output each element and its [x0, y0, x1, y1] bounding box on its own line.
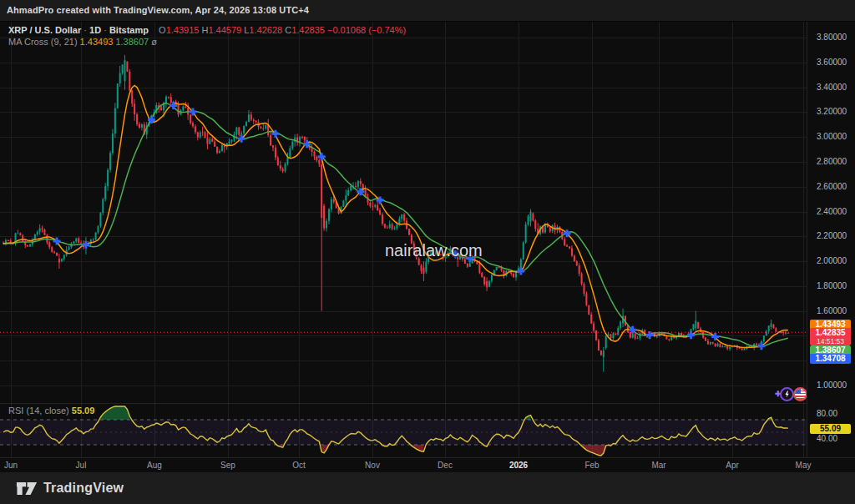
- candle: [771, 324, 772, 327]
- candle: [697, 322, 699, 328]
- candle: [265, 125, 266, 129]
- candle: [97, 226, 99, 233]
- ma-fast-line[interactable]: [3, 86, 788, 348]
- candle: [692, 325, 694, 330]
- candle: [48, 242, 50, 247]
- candle: [520, 260, 522, 269]
- price-axis-tick: 1.00000: [817, 381, 847, 390]
- candle: [119, 73, 121, 84]
- ma-cross-markers: [53, 102, 766, 350]
- price-axis-tick: 3.60000: [817, 58, 847, 67]
- candle: [491, 275, 493, 280]
- candle: [528, 216, 529, 224]
- candle: [75, 239, 77, 242]
- time-axis-label: May: [796, 461, 812, 470]
- price-chart-svg[interactable]: [0, 22, 807, 457]
- candle: [99, 213, 101, 226]
- candle: [357, 181, 359, 187]
- candle: [190, 115, 191, 123]
- tradingview-snapshot: AhmadPro created with TradingView.com, A…: [0, 0, 855, 504]
- time-axis-label: 2026: [509, 461, 528, 470]
- candle: [741, 348, 743, 350]
- symbol-name[interactable]: XRP / U.S. Dollar: [8, 25, 81, 35]
- candle: [280, 165, 281, 169]
- candle: [665, 336, 667, 340]
- candle: [702, 332, 704, 337]
- candle: [286, 158, 288, 164]
- indicator-options-icon[interactable]: ø: [151, 37, 157, 47]
- boost-icon[interactable]: ✚: [775, 386, 793, 402]
- candle: [392, 224, 393, 229]
- candle: [331, 199, 332, 209]
- candle: [311, 148, 313, 152]
- interval-label[interactable]: 1D: [89, 25, 101, 35]
- candle: [705, 337, 706, 340]
- candle: [43, 229, 45, 235]
- close-value: 1.42835: [291, 25, 325, 35]
- candle: [109, 153, 111, 169]
- candle: [73, 241, 74, 243]
- candle: [51, 247, 53, 251]
- candle: [496, 267, 498, 270]
- candle: [394, 229, 396, 229]
- candle: [17, 233, 18, 234]
- time-axis-label: Dec: [438, 461, 453, 470]
- indicator-name[interactable]: MA Cross: [8, 37, 48, 47]
- candle: [219, 151, 220, 153]
- rsi-legend-row[interactable]: RSI (14, close) 55.09: [8, 406, 94, 416]
- tradingview-logo[interactable]: TradingView: [16, 481, 124, 496]
- price-axis-tick: 3.00000: [817, 132, 847, 141]
- candle: [80, 243, 82, 244]
- candle: [282, 169, 284, 171]
- candle: [131, 90, 133, 103]
- lightning-icon: [780, 387, 794, 401]
- watermark-text: nairalaw.com: [385, 241, 483, 260]
- candle: [19, 233, 21, 235]
- exchange-label[interactable]: Bitstamp: [109, 25, 149, 35]
- close-label: C: [285, 25, 291, 35]
- candle: [425, 262, 427, 272]
- candle: [56, 253, 58, 256]
- price-axis-tick: 2.40000: [817, 207, 847, 216]
- us-flag-icon[interactable]: [793, 387, 807, 401]
- time-axis[interactable]: JunJulAugSepOctNovDec2026FebMarAprMay: [0, 457, 855, 472]
- candle: [277, 158, 279, 165]
- candle: [235, 128, 237, 134]
- candle: [209, 139, 210, 144]
- candle: [289, 149, 291, 158]
- candle: [68, 247, 70, 249]
- candle: [342, 201, 344, 207]
- candle: [719, 344, 721, 347]
- time-axis-label: Jul: [76, 461, 87, 470]
- candle: [301, 137, 303, 138]
- price-axis-tick: 3.40000: [817, 83, 847, 92]
- candle: [712, 342, 714, 344]
- candle: [707, 341, 709, 345]
- snapshot-header: AhmadPro created with TradingView.com, A…: [0, 0, 855, 22]
- candle: [185, 106, 186, 108]
- rsi-axis-tick: 80.00: [817, 409, 837, 418]
- candle: [486, 281, 488, 287]
- candle: [656, 336, 658, 337]
- candle: [250, 114, 252, 119]
- candle: [387, 228, 388, 229]
- candle: [785, 333, 787, 334]
- last-price-badge: 1.4283514:51:53: [810, 328, 851, 345]
- candle: [600, 350, 602, 355]
- symbol-legend-row[interactable]: XRP / U.S. Dollar · 1D · Bitstamp O1.439…: [8, 24, 406, 36]
- candle: [566, 245, 568, 247]
- candle: [598, 340, 600, 351]
- candle: [772, 325, 774, 328]
- price-axis[interactable]: 3.800003.600003.400003.200003.000002.800…: [807, 22, 855, 457]
- candle: [285, 164, 286, 171]
- indicator-legend-row[interactable]: MA Cross (9, 21) 1.43493 1.38607 ø: [8, 36, 406, 48]
- candle: [478, 265, 480, 273]
- candle: [205, 133, 206, 139]
- candle: [27, 245, 28, 247]
- candle: [483, 277, 485, 285]
- candle: [139, 124, 140, 128]
- candle: [617, 328, 619, 335]
- candle: [408, 229, 410, 234]
- rsi-name[interactable]: RSI: [8, 406, 23, 416]
- candle: [323, 206, 325, 229]
